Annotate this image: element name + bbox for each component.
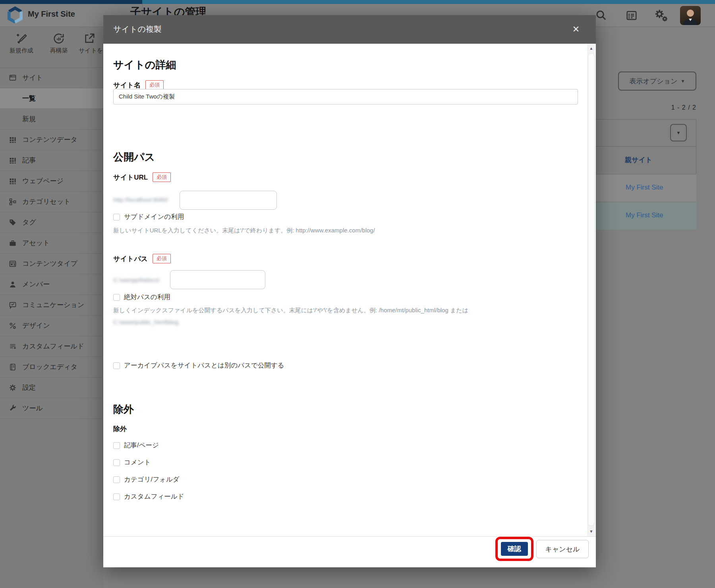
chevron-down-icon: ▼ [676, 130, 681, 135]
hierarchy-icon [9, 198, 17, 206]
toolbar-create-label: 新規作成 [5, 47, 38, 54]
panel-list-icon[interactable] [626, 10, 638, 21]
sidebar-item-assets[interactable]: アセット [0, 233, 103, 253]
cancel-button[interactable]: キャンセル [536, 540, 589, 558]
archive-path-checkbox-row[interactable]: アーカイブパスをサイトパスとは別のパスで公開する [113, 361, 284, 370]
site-url-help: 新しいサイトURLを入力してください。末尾は'/'で終わります。例: http:… [113, 227, 375, 234]
section-heading-path: 公開パス [113, 150, 155, 164]
sidebar-item-new[interactable]: 新規 [0, 109, 103, 130]
exclude-comments-row[interactable]: コメント [113, 458, 151, 467]
exclude-custom-fields-row[interactable]: カスタムフィールド [113, 492, 184, 501]
section-heading-exclude: 除外 [113, 402, 134, 416]
modal-title: サイトの複製 [113, 24, 162, 35]
absolute-path-checkbox[interactable] [113, 294, 120, 301]
sidebar-item-design[interactable]: デザイン [0, 315, 103, 336]
exclude-categories-checkbox[interactable] [113, 476, 120, 483]
modal-header [103, 15, 596, 44]
archive-path-checkbox-label: アーカイブパスをサイトパスとは別のパスで公開する [124, 361, 284, 370]
search-icon[interactable] [595, 9, 607, 21]
absolute-path-checkbox-row[interactable]: 絶対パスの利用 [113, 293, 170, 302]
exclude-entries-row[interactable]: 記事/ページ [113, 441, 159, 450]
list-count: 1 - 2 / 2 [636, 104, 696, 111]
sidebar-item-pages[interactable]: ウェブページ [0, 171, 103, 191]
site-url-prefix-blurred: http://localhost:8080/ [113, 196, 168, 203]
sidebar-item-members[interactable]: メンバー [0, 274, 103, 295]
subdomain-checkbox-row[interactable]: サブドメインの利用 [113, 213, 184, 221]
sidebar-item-communication[interactable]: コミュニケーション [0, 295, 103, 315]
gears-icon[interactable] [654, 9, 668, 22]
exclude-comments-checkbox[interactable] [113, 459, 120, 466]
window-icon [9, 74, 17, 82]
display-options-label: 表示オプション [630, 77, 678, 86]
briefcase-icon [9, 239, 17, 247]
chevron-down-icon: ▼ [681, 79, 685, 83]
sidebar-item-tools[interactable]: ツール [0, 398, 103, 419]
sidebar-item-custom-fields[interactable]: カスタムフィールド [0, 336, 103, 357]
required-badge: 必須 [153, 254, 171, 263]
sidebar-item-block-editor[interactable]: ブロックエディタ [0, 357, 103, 377]
gear-icon [9, 384, 17, 392]
sidebar-item-tags[interactable]: タグ [0, 212, 103, 233]
sidebar-item-list[interactable]: 一覧 [0, 88, 103, 109]
site-title[interactable]: My First Site [28, 10, 75, 19]
person-icon [9, 280, 17, 288]
sidebar-item-settings[interactable]: 設定 [0, 377, 103, 398]
site-path-prefix-blurred: C:\xampp\htdocs\ [113, 277, 160, 283]
site-path-label-row: サイトパス 必須 [113, 254, 171, 263]
rebuild-icon [53, 33, 65, 44]
confirm-button[interactable]: 確認 [501, 542, 528, 556]
subdomain-checkbox[interactable] [113, 214, 120, 220]
table-header-separator [584, 146, 696, 147]
site-url-input[interactable] [180, 191, 277, 210]
window-content-icon [9, 260, 17, 268]
scroll-down-icon[interactable]: ▼ [587, 528, 595, 536]
design-icon [9, 322, 17, 330]
parent-site-link[interactable]: My First Site [626, 211, 685, 219]
topbar-left-strip [0, 0, 142, 4]
required-badge: 必須 [145, 80, 164, 90]
site-path-label: サイトパス [113, 254, 148, 263]
close-icon[interactable]: ✕ [569, 22, 583, 37]
sidebar-item-content-data[interactable]: コンテンツデータ [0, 130, 103, 150]
exclude-categories-row[interactable]: カテゴリ/フォルダ [113, 475, 180, 484]
view-site-icon [83, 33, 95, 44]
toolbar-create-button[interactable]: 新規作成 [5, 27, 38, 67]
exclude-entries-checkbox[interactable] [113, 442, 120, 449]
section-heading-detail: サイトの詳細 [113, 58, 176, 72]
modal-scrollbar[interactable]: ▲ ▼ [587, 44, 595, 536]
wrench-icon [9, 404, 17, 412]
site-path-input[interactable] [170, 270, 265, 289]
sidebar-item-entries[interactable]: 記事 [0, 150, 103, 171]
site-name-input[interactable] [113, 89, 578, 104]
parent-site-link[interactable]: My First Site [626, 184, 685, 191]
site-name-label: サイト名 [113, 81, 141, 90]
topbar-right-strip [142, 0, 715, 4]
exclude-custom-fields-checkbox[interactable] [113, 493, 120, 500]
exclude-label: 除外 [113, 424, 127, 433]
archive-path-checkbox[interactable] [113, 362, 120, 369]
sidebar-item-content-types[interactable]: コンテンツタイプ [0, 253, 103, 274]
duplicate-site-modal: サイトの複製 ✕ サイトの詳細 サイト名 必須 公開パス サイトURL 必須 h… [103, 15, 596, 567]
sidebar-item-site[interactable]: サイト [0, 68, 103, 88]
sidebar-item-category-sets[interactable]: カテゴリセット [0, 191, 103, 212]
site-name-label-row: サイト名 必須 [113, 80, 164, 90]
toolbar-view-site-button[interactable]: サイトを [78, 27, 103, 67]
required-badge: 必須 [153, 172, 171, 182]
grid-icon [9, 157, 17, 164]
toolbar-rebuild-label: 再構築 [43, 47, 75, 54]
subdomain-checkbox-label: サブドメインの利用 [124, 213, 184, 221]
row-actions-dropdown[interactable]: ▼ [670, 124, 687, 141]
avatar[interactable] [680, 6, 701, 25]
site-path-help: 新しくインデックスファイルを公開するパスを入力して下さい。末尾には'/'や'\'… [113, 307, 468, 314]
list-icon [9, 342, 17, 350]
site-path-help-blurred: C:\www\public_html\blog [113, 319, 178, 325]
site-url-label-row: サイトURL 必須 [113, 172, 171, 182]
scroll-up-icon[interactable]: ▲ [587, 44, 595, 52]
movabletype-logo-icon[interactable] [6, 6, 24, 24]
book-icon [9, 363, 17, 371]
display-options-button[interactable]: 表示オプション ▼ [618, 72, 696, 91]
site-url-label: サイトURL [113, 173, 148, 182]
scrollbar-thumb[interactable] [588, 53, 595, 526]
annotation-highlight-ring: 確認 [495, 537, 533, 561]
toolbar-rebuild-button[interactable]: 再構築 [43, 27, 75, 67]
